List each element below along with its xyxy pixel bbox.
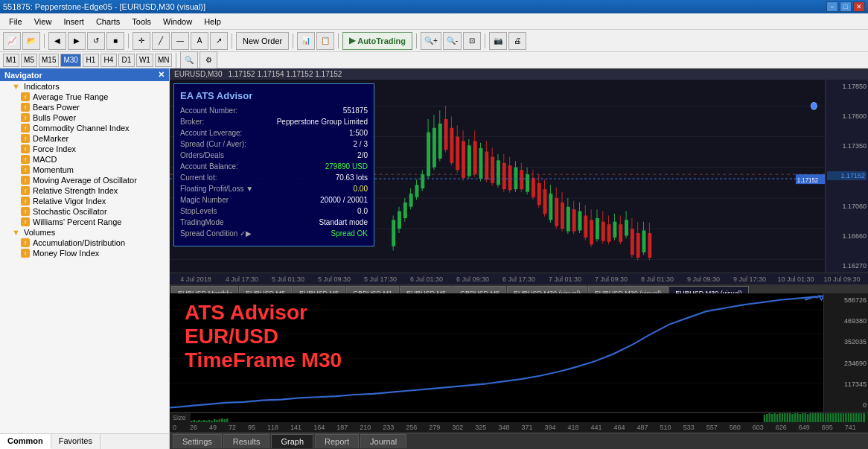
tf-m5[interactable]: M5 — [21, 54, 37, 67]
open-button[interactable]: 📂 — [22, 32, 40, 50]
nav-item-macd[interactable]: f MACD — [0, 154, 169, 165]
tf-m1[interactable]: M1 — [3, 54, 19, 67]
nav-item-bears-power[interactable]: f Bears Power — [0, 102, 169, 112]
screenshot-button[interactable]: 📷 — [489, 32, 507, 50]
folder-open-icon: ▼ — [12, 82, 21, 91]
stop-button[interactable]: ■ — [106, 32, 124, 50]
time-axis: 4 Jul 2018 4 Jul 17:30 5 Jul 01:30 5 Jul… — [170, 273, 868, 284]
forward-button[interactable]: ▶ — [68, 32, 86, 50]
nav-item-cci[interactable]: f Commodity Channel Index — [0, 123, 169, 133]
price-1: 1.17850 — [827, 83, 867, 90]
svg-rect-146 — [819, 413, 821, 422]
x-label-49: 49 — [209, 424, 217, 431]
nav-item-bulls-power[interactable]: f Bulls Power — [0, 112, 169, 123]
svg-rect-57 — [532, 178, 535, 197]
nav-item-label: DeMarker — [33, 134, 68, 143]
time-label-15: 10 Jul 09:30 — [819, 276, 865, 283]
svg-rect-137 — [797, 413, 799, 422]
ea-row-magic: Magic Number 20000 / 20001 — [180, 195, 368, 205]
zoom-out-button[interactable]: 🔍- — [443, 32, 462, 50]
menu-help[interactable]: Help — [198, 16, 227, 28]
back-button[interactable]: ◀ — [48, 32, 66, 50]
bottom-tab-graph[interactable]: Graph — [271, 434, 313, 448]
autotrading-button[interactable]: ▶ AutoTrading — [342, 32, 412, 50]
nav-item-demarker[interactable]: f DeMarker — [0, 133, 169, 144]
x-label-348: 348 — [498, 424, 509, 431]
tf-w1[interactable]: W1 — [136, 54, 153, 67]
menu-file[interactable]: File — [3, 16, 28, 28]
indicator-button[interactable]: 📊 — [297, 32, 315, 50]
tf-h1[interactable]: H1 — [83, 54, 99, 67]
bottom-tab-report[interactable]: Report — [315, 434, 359, 448]
tf-m15[interactable]: M15 — [39, 54, 59, 67]
bottom-tab-results[interactable]: Results — [223, 434, 270, 448]
menu-view[interactable]: View — [28, 16, 58, 28]
nav-item-indicators-group[interactable]: ▼ Indicators — [0, 81, 169, 92]
arrow-button[interactable]: ↗ — [210, 32, 228, 50]
svg-rect-139 — [801, 413, 803, 422]
indicator-icon: f — [21, 197, 30, 206]
svg-rect-132 — [784, 413, 786, 422]
menu-bar: File View Insert Charts Tools Window Hel… — [0, 13, 868, 30]
zoom-in-button[interactable]: 🔍+ — [421, 32, 441, 50]
new-order-button[interactable]: New Order — [236, 32, 289, 50]
indicator-icon: f — [21, 155, 30, 164]
hline-button[interactable]: — — [171, 32, 189, 50]
lower-x-axis: 0 26 49 72 95 118 141 164 187 210 233 25… — [170, 422, 868, 433]
tf-m30[interactable]: M30 — [60, 54, 80, 67]
nav-volumes-label: Volumes — [24, 228, 55, 237]
nav-tab-common[interactable]: Common — [0, 434, 51, 449]
new-chart-button[interactable]: 📈 — [3, 32, 21, 50]
menu-charts[interactable]: Charts — [90, 16, 126, 28]
price-6: 1.16660 — [827, 232, 867, 240]
nav-item-momentum[interactable]: f Momentum — [0, 165, 169, 175]
crosshair-button[interactable]: ✛ — [133, 32, 150, 50]
x-label-394: 394 — [544, 424, 555, 431]
line-button[interactable]: ╱ — [152, 32, 170, 50]
nav-item-avg-true-range[interactable]: f Average True Range — [0, 92, 169, 102]
nav-item-label: Momentum — [33, 165, 74, 174]
x-label-141: 141 — [290, 424, 301, 431]
nav-item-force-index[interactable]: f Force Index — [0, 144, 169, 154]
nav-item-volumes-group[interactable]: ▼ Volumes — [0, 227, 169, 238]
navigator-close-icon[interactable]: ✕ — [158, 70, 165, 80]
tf-h4[interactable]: H4 — [100, 54, 117, 67]
menu-insert[interactable]: Insert — [57, 16, 90, 28]
text-button[interactable]: A — [191, 32, 208, 50]
fit-button[interactable]: ⊡ — [463, 32, 481, 50]
tf-mn[interactable]: MN — [155, 54, 173, 67]
indicator-icon: f — [21, 165, 30, 174]
menu-window[interactable]: Window — [157, 16, 198, 28]
maximize-button[interactable]: □ — [840, 1, 852, 12]
menu-tools[interactable]: Tools — [126, 16, 157, 28]
minimize-button[interactable]: − — [826, 1, 838, 12]
svg-rect-47 — [502, 163, 506, 189]
chart-canvas[interactable]: EA ATS Advisor Account Number: 551875 Br… — [170, 80, 868, 273]
nav-item-label: Bulls Power — [33, 113, 76, 122]
time-label-12: 9 Jul 09:30 — [680, 276, 727, 283]
refresh-button[interactable]: ↺ — [87, 32, 105, 50]
svg-rect-152 — [835, 413, 837, 422]
close-button[interactable]: ✕ — [853, 1, 865, 12]
nav-item-wpr[interactable]: f Williams' Percent Range — [0, 217, 169, 227]
ea-row-spreadcond: Spread Condition ✓▶ Spread OK — [180, 229, 368, 238]
size-bar: Size — [170, 412, 868, 422]
nav-tab-favorites[interactable]: Favorites — [51, 434, 100, 449]
x-label-302: 302 — [452, 424, 463, 431]
nav-item-rsi[interactable]: f Relative Strength Index — [0, 185, 169, 196]
bottom-tab-settings[interactable]: Settings — [173, 434, 222, 448]
settings-button[interactable]: ⚙ — [200, 51, 217, 69]
template-button[interactable]: 📋 — [316, 32, 334, 50]
svg-rect-144 — [814, 413, 817, 422]
tf-d1[interactable]: D1 — [118, 54, 135, 67]
nav-item-mfi[interactable]: f Money Flow Index — [0, 248, 169, 258]
bottom-tab-journal[interactable]: Journal — [360, 434, 406, 448]
nav-item-rvindex[interactable]: f Relative Vigor Index — [0, 196, 169, 206]
nav-item-stochastic[interactable]: f Stochastic Oscillator — [0, 206, 169, 217]
x-label-187: 187 — [336, 424, 348, 431]
print-button[interactable]: 🖨 — [508, 32, 526, 50]
svg-rect-134 — [788, 413, 791, 422]
search-button[interactable]: 🔍 — [180, 51, 198, 69]
nav-item-mao[interactable]: f Moving Average of Oscillator — [0, 175, 169, 185]
nav-item-accum-dist[interactable]: f Accumulation/Distribution — [0, 238, 169, 248]
